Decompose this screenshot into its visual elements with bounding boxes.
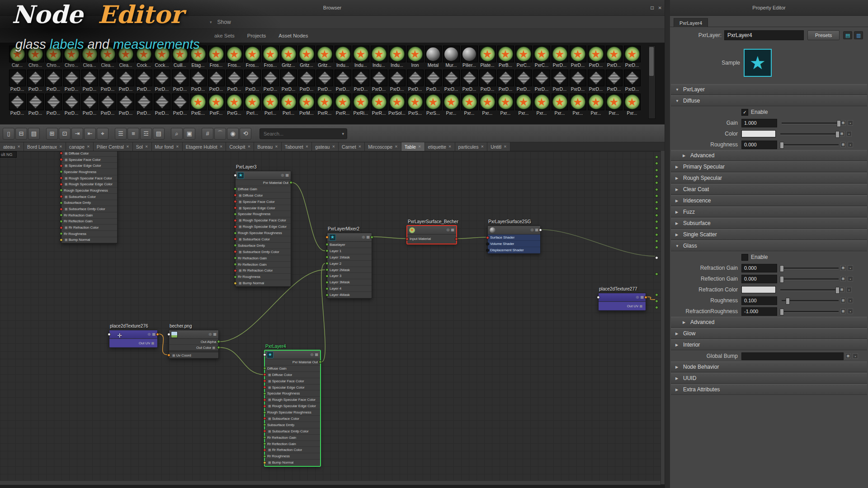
material-swatch[interactable]: ★Gritz... — [297, 46, 316, 70]
value-field[interactable]: 0.000 — [741, 141, 777, 149]
graph-tab-bureau[interactable]: Bureau✕ — [254, 142, 282, 151]
material-swatch[interactable]: ★Gritz... — [316, 46, 334, 70]
material-swatch[interactable]: PxrD... — [80, 70, 99, 94]
material-swatch[interactable]: ★PxrM... — [297, 94, 316, 117]
swatch-grid-icon[interactable]: ▦ — [366, 235, 370, 239]
material-swatch[interactable]: ★PxrR... — [370, 94, 388, 117]
input-port[interactable] — [263, 367, 266, 370]
material-swatch[interactable]: PxrD... — [189, 70, 207, 94]
render-swatch-icon[interactable]: ◉ — [227, 128, 239, 140]
material-swatch[interactable]: PxrD... — [117, 70, 135, 94]
slider-handle[interactable] — [780, 265, 784, 272]
material-swatch[interactable]: ★Pxr... — [605, 94, 623, 117]
connection-wire[interactable] — [159, 334, 167, 355]
material-swatch[interactable]: PxrD... — [225, 70, 243, 94]
slider-handle[interactable] — [837, 120, 841, 127]
material-swatch[interactable]: PxrD... — [243, 70, 261, 94]
edge-port[interactable] — [655, 155, 658, 159]
input-port[interactable] — [326, 293, 329, 296]
tab-close-icon[interactable]: ✕ — [306, 145, 309, 149]
snap-icon[interactable]: ⌒ — [214, 128, 226, 140]
section-iridescence[interactable]: ▶Iridescence — [671, 195, 867, 206]
focus-icon[interactable]: ◎ — [446, 228, 449, 232]
create-map-icon[interactable]: ▦ — [840, 265, 846, 271]
input-port[interactable] — [263, 392, 266, 395]
show-in-graph-icon[interactable]: ▤ — [843, 31, 852, 39]
graph-tab-canape[interactable]: canape✕ — [66, 142, 94, 151]
presets-button[interactable]: Presets — [807, 30, 840, 40]
material-swatch[interactable]: ★Pxr... — [551, 94, 569, 117]
material-swatch[interactable]: PxrD... — [135, 70, 153, 94]
material-swatch[interactable]: ★PxrRi... — [352, 94, 370, 117]
section-extra-attributes[interactable]: ▶Extra Attributes — [671, 384, 867, 395]
edge-port[interactable] — [655, 188, 658, 191]
value-field[interactable]: 0.000 — [741, 275, 777, 283]
graph-tab-cockpit[interactable]: Cockpit✕ — [226, 142, 254, 151]
material-swatch[interactable]: Mur... — [442, 46, 460, 70]
material-swatch[interactable]: ★Pxr... — [496, 94, 514, 117]
section-single-scatter[interactable]: ▶Single Scatter — [671, 229, 867, 240]
material-swatch[interactable]: ★PxrSol... — [388, 94, 406, 117]
material-swatch[interactable]: PxrD... — [26, 70, 44, 94]
tab-close-icon[interactable]: ✕ — [17, 145, 20, 149]
output-port[interactable] — [217, 340, 220, 343]
graph-tab-etiquette[interactable]: etiquette✕ — [425, 142, 455, 151]
input-port[interactable] — [263, 386, 266, 389]
material-swatch[interactable]: PxrD... — [62, 70, 80, 94]
tab-close-icon[interactable]: ✕ — [504, 145, 507, 149]
section-uuid[interactable]: ▶UUID — [671, 373, 867, 384]
node-pxr-inputs-partial[interactable]: ▦Diffuse Color▦Specular Face Color▦Specu… — [61, 151, 118, 244]
edge-port[interactable] — [655, 256, 658, 259]
material-swatch[interactable]: ★Cock... — [153, 46, 171, 70]
input-port[interactable] — [234, 225, 237, 228]
swatch-grid-icon[interactable]: ▦ — [213, 333, 217, 336]
focus-icon[interactable]: ◎ — [208, 333, 212, 336]
search-input[interactable] — [263, 131, 342, 137]
edge-port[interactable] — [655, 300, 658, 303]
swatch-grid-icon[interactable]: ▦ — [152, 333, 156, 336]
property-editor-tab[interactable]: PxrLayer4 — [674, 18, 708, 27]
checkbox[interactable] — [741, 254, 748, 261]
slider[interactable] — [782, 141, 839, 148]
section-glow[interactable]: ▶Glow — [671, 328, 867, 339]
text-field[interactable] — [741, 352, 844, 360]
material-swatch[interactable]: ★PxrD... — [623, 46, 641, 70]
material-swatch[interactable]: PxrD... — [297, 70, 316, 94]
material-swatch[interactable]: PxrD... — [99, 70, 117, 94]
tab-close-icon[interactable]: ✕ — [418, 145, 421, 149]
material-swatch[interactable]: Metal — [424, 46, 442, 70]
material-swatch[interactable]: PxrD... — [334, 70, 352, 94]
input-port[interactable] — [326, 249, 329, 253]
swatch-grid-icon[interactable]: ▦ — [451, 228, 454, 232]
material-swatch[interactable]: ★Gritz... — [279, 46, 297, 70]
input-port[interactable] — [108, 333, 111, 336]
material-swatch[interactable]: PxrD... — [316, 70, 334, 94]
material-swatch[interactable]: ★PxrS... — [406, 94, 424, 117]
input-port[interactable] — [234, 188, 237, 191]
expand-node-icon[interactable]: ⊞ — [46, 128, 58, 140]
node-place2dtexture277[interactable]: place2dTexture277◎▦Out UV▦ — [598, 293, 646, 311]
browser-menu-tab-projects[interactable]: Projects — [247, 33, 266, 38]
input-port[interactable] — [234, 174, 237, 177]
tab-close-icon[interactable]: ✕ — [145, 145, 148, 149]
connection-wire[interactable] — [373, 237, 406, 239]
material-swatch[interactable]: PxrD... — [442, 70, 460, 94]
input-port[interactable] — [234, 231, 237, 235]
material-swatch[interactable]: Pilier... — [460, 46, 478, 70]
focus-icon[interactable]: ◎ — [362, 235, 365, 239]
input-port[interactable] — [167, 333, 170, 336]
tab-close-icon[interactable]: ✕ — [448, 145, 452, 149]
material-swatch[interactable]: PxrD... — [8, 70, 26, 94]
input-port[interactable] — [406, 237, 409, 240]
input-port[interactable] — [234, 250, 237, 253]
section-primary-specular[interactable]: ▶Primary Specular — [671, 161, 867, 172]
zoom-icon[interactable]: ⌕ — [171, 128, 183, 140]
display-all-icon[interactable]: ▤ — [28, 128, 40, 140]
input-port[interactable] — [263, 423, 266, 427]
input-port[interactable] — [326, 262, 329, 265]
swatch-grid-icon[interactable]: ▦ — [535, 228, 538, 232]
material-swatch[interactable]: ★PxrB... — [496, 46, 514, 70]
material-swatch[interactable]: PxrD... — [478, 70, 496, 94]
material-swatch[interactable]: PxrD... — [8, 94, 26, 117]
focus-icon[interactable]: ◎ — [281, 174, 284, 177]
